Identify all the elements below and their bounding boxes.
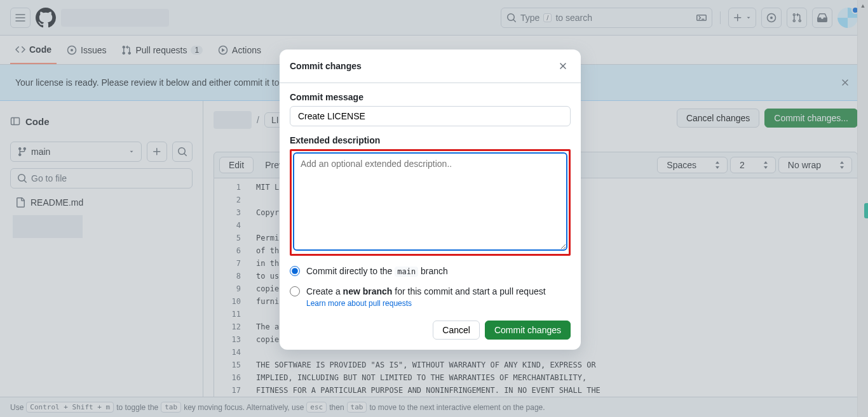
commit-msg-label: Commit message (290, 92, 571, 102)
ext-desc-textarea[interactable] (293, 152, 567, 251)
modal-title: Commit changes (290, 61, 362, 71)
learn-more-link[interactable]: Learn more about pull requests (306, 299, 412, 308)
close-icon (558, 61, 568, 71)
ext-desc-label: Extended description (290, 135, 571, 145)
radio-branch[interactable] (290, 286, 300, 296)
modal-cancel-button[interactable]: Cancel (433, 321, 480, 340)
modal-commit-button[interactable]: Commit changes (485, 321, 571, 340)
commit-modal: Commit changes Commit message Extended d… (280, 50, 581, 350)
modal-close-button[interactable] (555, 58, 571, 74)
highlight-annotation (290, 149, 571, 256)
radio-direct[interactable] (290, 266, 300, 276)
radio-new-branch[interactable]: Create a new branch for this commit and … (290, 286, 571, 296)
radio-direct-commit[interactable]: Commit directly to the main branch (290, 266, 571, 276)
commit-msg-input[interactable] (290, 106, 571, 126)
